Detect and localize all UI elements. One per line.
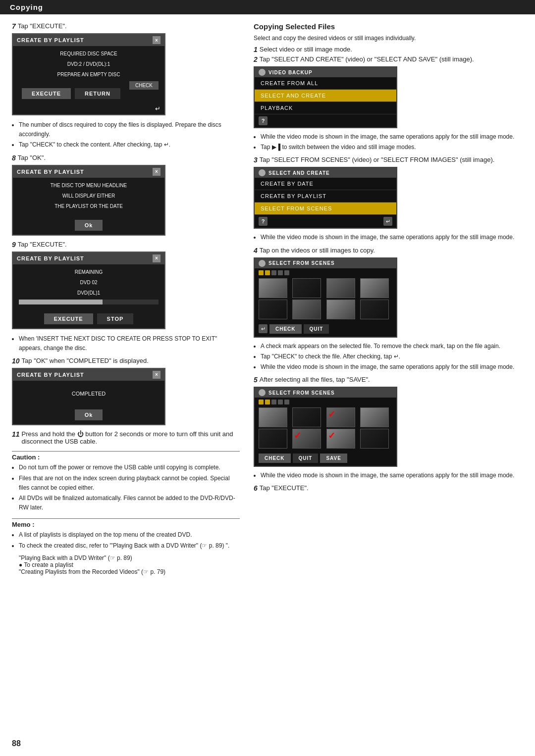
dialog4-close-button[interactable]: × (153, 371, 160, 379)
screen2-item-from-scenes[interactable]: SELECT FROM SCENES (255, 202, 396, 215)
dialog3-dvddl: DVD(DL)1 (19, 289, 159, 297)
dot-s5 (284, 400, 289, 404)
step-11-number: 11 (12, 430, 20, 438)
screen2-bottom-bar: ? ↵ (255, 215, 396, 228)
screen3-title: SELECT FROM SCENES (268, 260, 335, 266)
step3-bullet1: While the video mode is shown in the ima… (261, 233, 523, 242)
page-number: 88 (12, 739, 21, 748)
screen3-quit-button[interactable]: QUIT (304, 324, 329, 334)
thumb-s1[interactable] (259, 407, 287, 427)
step-10-number: 10 (12, 357, 20, 365)
step-7-text: Tap "EXECUTE". (18, 22, 240, 30)
thumb-3[interactable] (326, 278, 355, 298)
right-step-1: 1 Select video or still image mode. (254, 46, 523, 53)
dialog1-title: CREATE BY PLAYLIST (17, 37, 84, 43)
thumb-1[interactable] (259, 278, 287, 298)
back-icon-3[interactable]: ↵ (259, 324, 268, 333)
screen3-check-button[interactable]: CHECK (269, 324, 302, 334)
screen1-title: VIDEO BACKUP (268, 70, 313, 75)
step5-bullet1: While the video mode is shown in the ima… (261, 471, 523, 480)
dialog-create-by-playlist-4: CREATE BY PLAYLIST × COMPLETED Ok (12, 368, 165, 426)
memo-list: A list of playlists is displayed on the … (19, 530, 240, 550)
right-step-3-num: 3 (254, 156, 258, 164)
caution-list: Do not turn off the power or remove the … (19, 463, 240, 512)
thumb-s6[interactable] (292, 429, 321, 449)
question-icon-1[interactable]: ? (259, 116, 268, 125)
memo-item-1: A list of playlists is displayed on the … (19, 530, 240, 540)
dialog3-execute-button[interactable]: EXECUTE (44, 313, 93, 324)
screen1-item-select-create[interactable]: SELECT AND CREATE (255, 90, 396, 102)
dialog3-stop-button[interactable]: STOP (97, 313, 134, 324)
screen-select-scenes-2: SELECT FROM SCENES (254, 387, 397, 467)
thumb-4[interactable] (360, 278, 389, 298)
step9-bullets: When 'INSERT THE NEXT DISC TO CREATE OR … (19, 334, 240, 353)
screen4-action-bar: CHECK QUIT SAVE (255, 452, 396, 466)
step-11: 11 Press and hold the ⏻ button for 2 sec… (12, 430, 240, 445)
right-step-1-num: 1 (254, 46, 258, 53)
screen3-dots (255, 268, 396, 275)
thumb-s7[interactable] (326, 429, 355, 449)
step4-bullet1: A check mark appears on the selected fil… (261, 342, 523, 351)
dialog2-close-button[interactable]: × (153, 168, 160, 176)
thumb-6[interactable] (292, 300, 321, 319)
screen1-item-create-all[interactable]: CREATE FROM ALL (255, 77, 396, 90)
step2-bullet2: Tap ▶▐ to switch between the video and s… (261, 143, 523, 152)
screen2-title-bar: SELECT AND CREATE (255, 168, 396, 178)
dialog3-buttons: EXECUTE STOP (13, 310, 164, 328)
dot-s1 (259, 400, 264, 404)
memo-ref-1: "Playing Back with a DVD Writer" (☞ p. 8… (19, 554, 240, 561)
dialog1-close-button[interactable]: × (153, 36, 160, 44)
dot-s2 (265, 400, 270, 404)
screen4-quit-button[interactable]: QUIT (293, 454, 319, 463)
dialog1-execute-button[interactable]: EXECUTE (22, 88, 71, 99)
right-step-6-num: 6 (254, 484, 258, 492)
step-8-text: Tap "OK". (18, 154, 240, 161)
screen2-item-by-playlist[interactable]: CREATE BY PLAYLIST (255, 190, 396, 202)
dialog2-ok-button[interactable]: Ok (75, 220, 103, 231)
screen2-item-by-date[interactable]: CREATE BY DATE (255, 178, 396, 190)
thumb-s8[interactable] (360, 429, 389, 449)
dialog1-return-button[interactable]: RETURN (75, 88, 120, 99)
thumb-7[interactable] (326, 300, 355, 319)
memo-ref-3: "Creating Playlists from the Recorded Vi… (19, 568, 240, 575)
screen3-action-bar: ↵ CHECK QUIT (255, 322, 396, 337)
section-intro: Select and copy the desired videos or st… (254, 34, 523, 43)
screen4-check-button[interactable]: CHECK (259, 454, 291, 463)
screen4-dots (255, 398, 396, 404)
dialog4-completed: COMPLETED (19, 385, 159, 403)
caution-item-1: Do not turn off the power or remove the … (19, 463, 240, 472)
step4-bullets: A check mark appears on the selected fil… (261, 342, 523, 372)
dialog4-title-bar: CREATE BY PLAYLIST × (13, 369, 164, 381)
step3-bullets: While the video mode is shown in the ima… (261, 233, 523, 242)
caution-label: Caution : (12, 451, 240, 461)
screen1-item-playback[interactable]: PLAYBACK (255, 102, 396, 114)
screen3-title-bar: SELECT FROM SCENES (255, 258, 396, 268)
dialog3-body: REMAINING DVD 02 DVD(DL)1 (13, 264, 164, 310)
right-step-2-num: 2 (254, 55, 258, 63)
right-step-5: 5 After selecting all the files, tap "SA… (254, 376, 523, 384)
thumb-2[interactable] (292, 278, 321, 298)
screen4-save-button[interactable]: SAVE (320, 454, 347, 463)
question-icon-2[interactable]: ? (259, 217, 268, 226)
thumb-s2[interactable] (292, 407, 321, 427)
dialog1-back-icon: ↵ (155, 105, 160, 112)
screen4-thumb-grid (255, 404, 396, 452)
thumb-5[interactable] (259, 300, 287, 319)
step-9-number: 9 (12, 241, 16, 249)
step5-bullets: While the video mode is shown in the ima… (261, 471, 523, 480)
thumb-8[interactable] (360, 300, 389, 319)
back-icon-2[interactable]: ↵ (383, 217, 392, 226)
dialog3-dvd: DVD 02 (19, 279, 159, 286)
right-step-4-text: Tap on the videos or still images to cop… (260, 247, 523, 254)
thumb-s3[interactable] (326, 407, 355, 427)
thumb-s4[interactable] (360, 407, 389, 427)
thumb-s5[interactable] (259, 429, 287, 449)
dialog2-line3: THE PLAYLIST OR THE DATE (19, 202, 159, 210)
right-step-6-text: Tap "EXECUTE". (260, 484, 523, 492)
progress-bar (19, 300, 159, 304)
right-step-1-text: Select video or still image mode. (260, 46, 523, 53)
screen1-bottom-bar: ? (255, 114, 396, 127)
dialog1-check-button[interactable]: CHECK (129, 81, 159, 90)
dialog3-close-button[interactable]: × (153, 254, 160, 262)
dialog4-ok-button[interactable]: Ok (75, 409, 103, 420)
